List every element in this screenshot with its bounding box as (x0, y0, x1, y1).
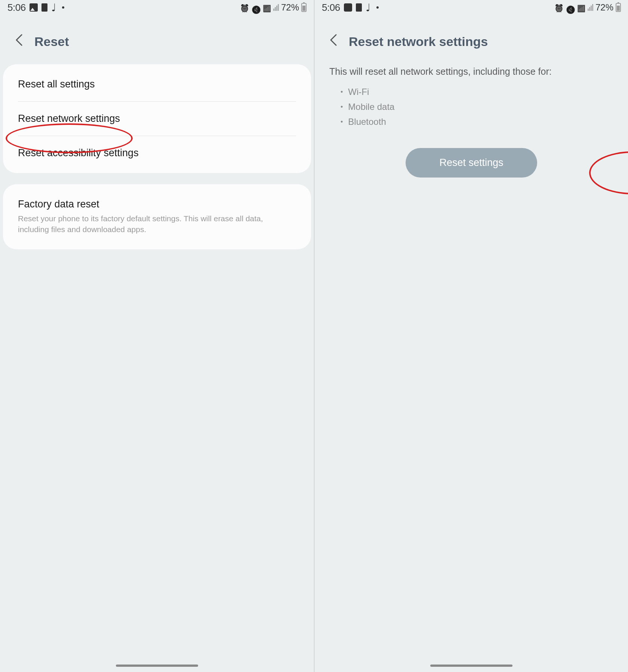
reset-settings-button[interactable]: Reset settings (406, 148, 537, 178)
factory-data-reset-item[interactable]: Factory data reset Reset your phone to i… (3, 187, 311, 246)
more-notifications-icon (376, 6, 379, 9)
page-header: Reset network settings (314, 15, 628, 64)
home-indicator[interactable] (116, 665, 198, 667)
reset-network-settings-item[interactable]: Reset network settings (3, 102, 311, 136)
app-square-icon (356, 3, 362, 12)
alarm-icon (554, 2, 564, 13)
status-bar: 5:06 72% (0, 0, 314, 15)
more-notifications-icon (62, 6, 64, 9)
factory-reset-card: Factory data reset Reset your phone to i… (3, 184, 311, 249)
alarm-icon (240, 2, 249, 13)
list-item-description: Reset your phone to its factory default … (18, 213, 296, 235)
list-item-label: Reset accessibility settings (18, 147, 296, 159)
app-icon (344, 3, 352, 12)
wifi-icon (263, 2, 271, 13)
wifi-icon (577, 2, 585, 13)
bullet-bluetooth: Bluetooth (341, 114, 613, 129)
mute-icon (566, 4, 575, 11)
page-title: Reset (34, 34, 69, 49)
cellular-signal-icon (273, 4, 279, 11)
battery-icon (616, 3, 621, 12)
bullet-mobile-data: Mobile data (341, 99, 613, 114)
reset-accessibility-settings-item[interactable]: Reset accessibility settings (3, 136, 311, 170)
list-item-label: Reset all settings (18, 78, 296, 90)
button-container: Reset settings (314, 141, 628, 185)
page-header: Reset (0, 15, 314, 64)
battery-percentage: 72% (281, 2, 299, 13)
bullet-label: Bluetooth (348, 117, 386, 127)
cellular-signal-icon (588, 4, 593, 11)
bullet-wifi: Wi-Fi (341, 84, 613, 99)
reset-options-card: Reset all settings Reset network setting… (3, 64, 311, 173)
battery-icon (301, 3, 307, 12)
reset-all-settings-item[interactable]: Reset all settings (3, 67, 311, 101)
reset-menu-screen: 5:06 72% Reset Reset all (0, 0, 314, 672)
home-indicator[interactable] (430, 665, 512, 667)
reset-network-settings-screen: 5:06 72% Reset network settings This wil (314, 0, 628, 672)
page-title: Reset network settings (349, 34, 488, 49)
music-note-icon (51, 1, 56, 14)
intro-text: This will reset all network settings, in… (314, 64, 628, 84)
bullet-label: Wi-Fi (348, 87, 369, 97)
status-time: 5:06 (322, 2, 340, 13)
list-item-label: Reset network settings (18, 113, 296, 124)
app-square-icon (41, 3, 47, 12)
network-reset-bullet-list: Wi-Fi Mobile data Bluetooth (314, 84, 628, 141)
back-icon[interactable] (329, 34, 338, 49)
bullet-label: Mobile data (348, 102, 394, 112)
back-icon[interactable] (15, 34, 23, 49)
music-note-icon (366, 1, 370, 14)
gallery-icon (30, 3, 38, 12)
status-time: 5:06 (7, 2, 26, 13)
status-bar: 5:06 72% (314, 0, 628, 15)
battery-percentage: 72% (595, 2, 613, 13)
list-item-label: Factory data reset (18, 198, 296, 210)
mute-icon (252, 4, 261, 11)
